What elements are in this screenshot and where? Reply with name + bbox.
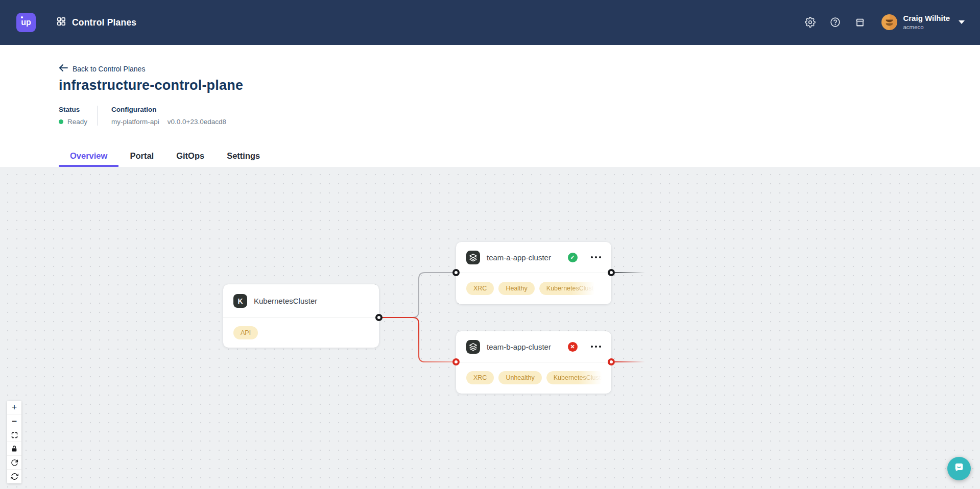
status-block: Status Ready (59, 106, 97, 126)
rotate-icon[interactable] (7, 456, 21, 470)
node-menu-button[interactable] (591, 254, 602, 261)
handle-team-b-right[interactable] (608, 358, 615, 365)
node-title: team-b-app-cluster (487, 343, 551, 351)
unhealthy-x-icon: ✕ (568, 342, 578, 352)
user-menu[interactable]: Craig Wilhite acmeco (866, 14, 965, 30)
configuration-name: my-platform-api (111, 118, 159, 126)
chat-bubble-icon (952, 461, 966, 476)
meta-divider (97, 106, 98, 126)
graph-edges (0, 167, 980, 489)
configuration-version: v0.0.0+23.0edacd8 (168, 118, 226, 126)
layers-icon (466, 340, 480, 354)
badge-unhealthy: Unhealthy (498, 371, 541, 384)
canvas-controls: + − (7, 401, 21, 483)
zoom-out-icon[interactable]: − (7, 414, 21, 428)
configuration-label: Configuration (111, 106, 226, 113)
user-name: Craig Wilhite (903, 14, 950, 23)
logo-dot (21, 16, 23, 18)
node-title: team-a-app-cluster (487, 253, 551, 262)
badge-healthy: Healthy (498, 282, 534, 295)
edge-cluster-to-team-b (379, 317, 456, 362)
arrow-left-icon (59, 64, 68, 73)
back-link-label: Back to Control Planes (73, 65, 145, 73)
node-title: KubernetesCluster (254, 297, 317, 305)
badge-api: API (233, 326, 258, 339)
help-icon[interactable] (829, 16, 841, 29)
lock-icon[interactable] (7, 442, 21, 456)
marketplace-icon[interactable] (854, 16, 866, 29)
node-kubernetescluster[interactable]: K KubernetesCluster API (223, 284, 379, 348)
upbound-logo[interactable]: up (16, 13, 36, 32)
user-org: acmeco (903, 24, 950, 31)
badge-xrc: XRC (466, 371, 494, 384)
tab-bar: Overview Portal GitOps Settings (59, 147, 980, 167)
handle-team-a-right[interactable] (608, 269, 615, 276)
node-team-a-app-cluster[interactable]: team-a-app-cluster ✓ XRC Healthy Kuberne… (456, 242, 611, 304)
grid-icon (56, 16, 66, 29)
page-header: Back to Control Planes infrastructure-co… (0, 45, 980, 167)
node-team-b-app-cluster[interactable]: team-b-app-cluster ✕ XRC Unhealthy Kuber… (456, 331, 611, 394)
status-label: Status (59, 106, 97, 113)
product-title: Control Planes (72, 17, 136, 28)
graph-canvas[interactable]: K KubernetesCluster API team-a-app-clust… (0, 167, 980, 489)
badge-kubernetescluster: KubernetesCluster (539, 282, 597, 295)
layers-icon (466, 251, 480, 264)
app-switcher[interactable]: Control Planes (56, 16, 136, 29)
chevron-down-icon (959, 20, 965, 24)
healthy-check-icon: ✓ (568, 253, 578, 262)
page-title: infrastructure-control-plane (59, 78, 980, 93)
navbar-actions: Craig Wilhite acmeco (791, 14, 965, 30)
chat-launcher[interactable] (947, 457, 971, 480)
edge-cluster-to-team-a (379, 273, 456, 317)
handle-team-a-left[interactable] (452, 269, 460, 276)
tab-portal[interactable]: Portal (118, 147, 165, 167)
configuration-block: Configuration my-platform-api v0.0.0+23.… (111, 106, 226, 126)
user-info: Craig Wilhite acmeco (903, 14, 950, 30)
avatar (881, 14, 897, 30)
fit-view-icon[interactable] (7, 428, 21, 442)
tab-overview[interactable]: Overview (59, 147, 118, 167)
settings-gear-icon[interactable] (804, 16, 816, 29)
sync-icon[interactable] (7, 470, 21, 483)
meta-row: Status Ready Configuration my-platform-a… (59, 106, 980, 126)
status-value: Ready (67, 118, 87, 126)
back-link[interactable]: Back to Control Planes (59, 64, 145, 73)
top-navbar: up Control Planes (0, 0, 980, 45)
zoom-in-icon[interactable]: + (7, 401, 21, 414)
status-dot (59, 119, 63, 124)
logo-text: up (21, 18, 31, 27)
badge-kubernetescluster: KubernetesCluster (546, 371, 605, 384)
node-menu-button[interactable] (591, 344, 602, 350)
handle-kubernetescluster-right[interactable] (375, 314, 383, 321)
tab-gitops[interactable]: GitOps (165, 147, 216, 167)
k-square-icon: K (233, 294, 247, 308)
badge-xrc: XRC (466, 282, 494, 295)
tab-settings[interactable]: Settings (216, 147, 271, 167)
handle-team-b-left[interactable] (452, 358, 460, 365)
